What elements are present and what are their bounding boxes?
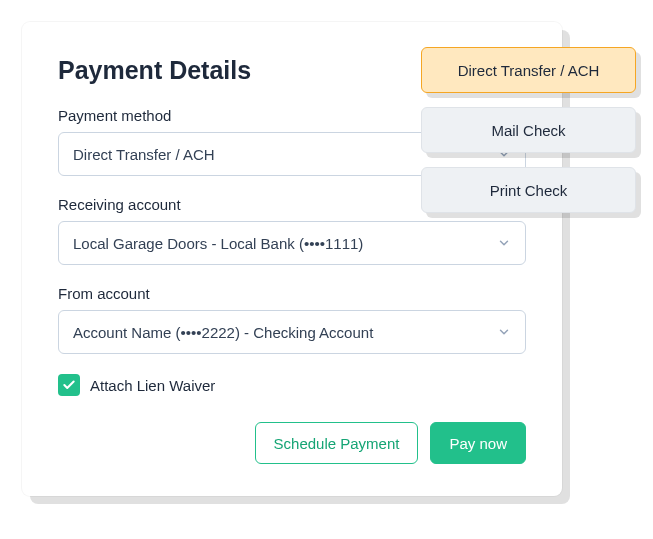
payment-method-menu: Direct Transfer / ACH Mail Check Print C… (421, 47, 636, 213)
menu-item-direct-transfer[interactable]: Direct Transfer / ACH (421, 47, 636, 93)
receiving-account-select[interactable]: Local Garage Doors - Local Bank (••••111… (58, 221, 526, 265)
button-row: Schedule Payment Pay now (58, 422, 526, 464)
menu-item-label: Mail Check (491, 122, 565, 139)
lien-waiver-label: Attach Lien Waiver (90, 377, 215, 394)
from-account-value: Account Name (••••2222) - Checking Accou… (73, 324, 373, 341)
schedule-payment-label: Schedule Payment (274, 435, 400, 452)
receiving-account-value: Local Garage Doors - Local Bank (••••111… (73, 235, 363, 252)
lien-waiver-row: Attach Lien Waiver (58, 374, 526, 396)
from-account-select[interactable]: Account Name (••••2222) - Checking Accou… (58, 310, 526, 354)
menu-item-mail-check[interactable]: Mail Check (421, 107, 636, 153)
chevron-down-icon (497, 236, 511, 250)
pay-now-label: Pay now (449, 435, 507, 452)
lien-waiver-checkbox[interactable] (58, 374, 80, 396)
from-account-group: From account Account Name (••••2222) - C… (58, 285, 526, 354)
schedule-payment-button[interactable]: Schedule Payment (255, 422, 419, 464)
pay-now-button[interactable]: Pay now (430, 422, 526, 464)
menu-item-label: Print Check (490, 182, 568, 199)
chevron-down-icon (497, 325, 511, 339)
menu-item-print-check[interactable]: Print Check (421, 167, 636, 213)
from-account-label: From account (58, 285, 526, 302)
payment-method-value: Direct Transfer / ACH (73, 146, 215, 163)
menu-item-label: Direct Transfer / ACH (458, 62, 600, 79)
